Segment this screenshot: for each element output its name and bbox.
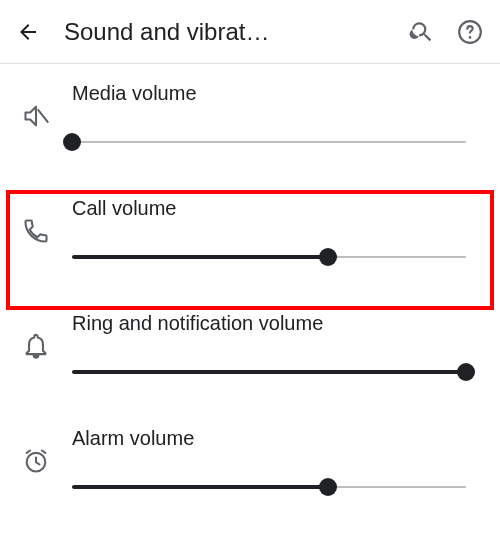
help-button[interactable] [456,18,484,46]
alarm-clock-icon [22,447,50,475]
page-title: Sound and vibrat… [64,18,388,46]
svg-line-2 [38,110,47,122]
ring-volume-label: Ring and notification volume [72,312,466,335]
app-header: Sound and vibrat… [0,0,500,64]
alarm-volume-icon-col [0,427,72,494]
ring-volume-slider[interactable] [72,365,466,379]
call-volume-label: Call volume [72,197,466,220]
media-volume-row: Media volume [0,64,500,179]
search-button[interactable] [408,18,436,46]
ring-volume-row: Ring and notification volume [0,294,500,409]
media-volume-label: Media volume [72,82,466,105]
alarm-volume-label: Alarm volume [72,427,466,450]
media-mute-icon [22,102,50,130]
svg-line-5 [42,450,46,452]
back-arrow-icon [16,19,40,45]
ring-volume-icon-col [0,312,72,379]
call-volume-row: Call volume [0,179,500,294]
bell-icon [22,332,50,360]
media-volume-icon-col [0,82,72,149]
svg-line-4 [27,450,31,452]
call-volume-icon-col [0,197,72,264]
back-button[interactable] [16,20,40,44]
svg-point-1 [469,36,472,39]
call-volume-slider[interactable] [72,250,466,264]
alarm-volume-slider[interactable] [72,480,466,494]
help-icon [457,19,483,45]
search-icon [409,19,435,45]
phone-icon [22,217,50,245]
alarm-volume-row: Alarm volume [0,409,500,524]
media-volume-slider[interactable] [72,135,466,149]
